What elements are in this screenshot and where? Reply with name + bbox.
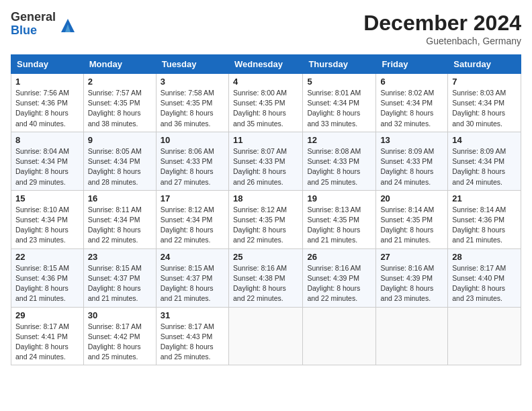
calendar-header: SundayMondayTuesdayWednesdayThursdayFrid… — [11, 55, 521, 74]
day-number: 20 — [380, 193, 443, 203]
month-title: December 2024 — [363, 11, 521, 36]
day-number: 21 — [452, 193, 517, 203]
day-number: 26 — [307, 252, 371, 262]
calendar-cell: 12Sunrise: 8:08 AMSunset: 4:33 PMDayligh… — [303, 132, 376, 190]
calendar-cell: 30Sunrise: 8:17 AMSunset: 4:42 PMDayligh… — [83, 307, 156, 365]
calendar-cell: 20Sunrise: 8:14 AMSunset: 4:35 PMDayligh… — [376, 190, 448, 248]
calendar-cell: 11Sunrise: 8:07 AMSunset: 4:33 PMDayligh… — [228, 132, 302, 190]
day-info: Sunrise: 8:17 AMSunset: 4:43 PMDaylight:… — [161, 322, 224, 363]
day-info: Sunrise: 8:00 AMSunset: 4:35 PMDaylight:… — [233, 88, 298, 129]
calendar-cell: 1Sunrise: 7:56 AMSunset: 4:36 PMDaylight… — [11, 74, 84, 132]
logo: General Blue — [11, 11, 77, 38]
day-number: 9 — [88, 135, 152, 145]
calendar-cell: 18Sunrise: 8:12 AMSunset: 4:35 PMDayligh… — [228, 190, 302, 248]
day-number: 19 — [307, 193, 371, 203]
day-number: 31 — [161, 310, 224, 320]
day-info: Sunrise: 8:15 AMSunset: 4:36 PMDaylight:… — [15, 263, 79, 304]
day-info: Sunrise: 8:14 AMSunset: 4:35 PMDaylight:… — [380, 205, 443, 246]
calendar-cell: 24Sunrise: 8:15 AMSunset: 4:37 PMDayligh… — [156, 248, 228, 307]
calendar-cell: 10Sunrise: 8:06 AMSunset: 4:33 PMDayligh… — [156, 132, 228, 190]
day-info: Sunrise: 7:58 AMSunset: 4:35 PMDaylight:… — [161, 88, 224, 129]
day-number: 16 — [88, 193, 152, 203]
day-info: Sunrise: 8:16 AMSunset: 4:38 PMDaylight:… — [233, 263, 298, 304]
day-header-thursday: Thursday — [303, 55, 376, 74]
day-info: Sunrise: 8:17 AMSunset: 4:42 PMDaylight:… — [88, 322, 152, 363]
day-info: Sunrise: 8:16 AMSunset: 4:39 PMDaylight:… — [380, 263, 443, 304]
day-number: 22 — [15, 252, 79, 262]
calendar-cell: 17Sunrise: 8:12 AMSunset: 4:34 PMDayligh… — [156, 190, 228, 248]
logo-general: General — [11, 11, 56, 24]
day-number: 29 — [15, 310, 79, 320]
page-header: General Blue December 2024 Guetenbach, G… — [11, 11, 521, 46]
day-info: Sunrise: 8:12 AMSunset: 4:34 PMDaylight:… — [161, 205, 224, 246]
day-info: Sunrise: 8:11 AMSunset: 4:34 PMDaylight:… — [88, 205, 152, 246]
calendar-cell: 6Sunrise: 8:02 AMSunset: 4:34 PMDaylight… — [376, 74, 448, 132]
calendar-cell: 26Sunrise: 8:16 AMSunset: 4:39 PMDayligh… — [303, 248, 376, 307]
logo-icon — [58, 16, 77, 35]
day-number: 18 — [233, 193, 298, 203]
day-number: 11 — [233, 135, 298, 145]
calendar-cell: 21Sunrise: 8:14 AMSunset: 4:36 PMDayligh… — [448, 190, 521, 248]
day-number: 17 — [161, 193, 224, 203]
day-info: Sunrise: 8:06 AMSunset: 4:33 PMDaylight:… — [161, 146, 224, 187]
day-number: 5 — [307, 77, 371, 87]
week-row-2: 8Sunrise: 8:04 AMSunset: 4:34 PMDaylight… — [11, 132, 521, 190]
day-info: Sunrise: 8:17 AMSunset: 4:40 PMDaylight:… — [452, 263, 517, 304]
day-info: Sunrise: 8:07 AMSunset: 4:33 PMDaylight:… — [233, 146, 298, 187]
calendar-cell: 5Sunrise: 8:01 AMSunset: 4:34 PMDaylight… — [303, 74, 376, 132]
day-number: 30 — [88, 310, 152, 320]
day-header-tuesday: Tuesday — [156, 55, 228, 74]
calendar-body: 1Sunrise: 7:56 AMSunset: 4:36 PMDaylight… — [11, 74, 521, 365]
calendar-cell: 19Sunrise: 8:13 AMSunset: 4:35 PMDayligh… — [303, 190, 376, 248]
calendar-cell — [303, 307, 376, 365]
calendar-cell: 14Sunrise: 8:09 AMSunset: 4:34 PMDayligh… — [448, 132, 521, 190]
calendar-cell: 28Sunrise: 8:17 AMSunset: 4:40 PMDayligh… — [448, 248, 521, 307]
week-row-1: 1Sunrise: 7:56 AMSunset: 4:36 PMDaylight… — [11, 74, 521, 132]
day-info: Sunrise: 8:16 AMSunset: 4:39 PMDaylight:… — [307, 263, 371, 304]
day-info: Sunrise: 8:17 AMSunset: 4:41 PMDaylight:… — [15, 322, 79, 363]
day-info: Sunrise: 8:04 AMSunset: 4:34 PMDaylight:… — [15, 146, 79, 187]
day-number: 28 — [452, 252, 517, 262]
day-info: Sunrise: 8:02 AMSunset: 4:34 PMDaylight:… — [380, 88, 443, 129]
day-number: 25 — [233, 252, 298, 262]
day-header-saturday: Saturday — [448, 55, 521, 74]
calendar-cell: 15Sunrise: 8:10 AMSunset: 4:34 PMDayligh… — [11, 190, 84, 248]
calendar-cell: 29Sunrise: 8:17 AMSunset: 4:41 PMDayligh… — [11, 307, 84, 365]
calendar-cell: 4Sunrise: 8:00 AMSunset: 4:35 PMDaylight… — [228, 74, 302, 132]
day-header-wednesday: Wednesday — [228, 55, 302, 74]
day-number: 13 — [380, 135, 443, 145]
calendar-cell: 13Sunrise: 8:09 AMSunset: 4:33 PMDayligh… — [376, 132, 448, 190]
day-number: 8 — [15, 135, 79, 145]
calendar-cell — [376, 307, 448, 365]
calendar-table: SundayMondayTuesdayWednesdayThursdayFrid… — [11, 54, 521, 365]
day-info: Sunrise: 8:13 AMSunset: 4:35 PMDaylight:… — [307, 205, 371, 246]
day-number: 15 — [15, 193, 79, 203]
calendar-cell: 2Sunrise: 7:57 AMSunset: 4:35 PMDaylight… — [83, 74, 156, 132]
calendar-cell: 8Sunrise: 8:04 AMSunset: 4:34 PMDaylight… — [11, 132, 84, 190]
title-section: December 2024 Guetenbach, Germany — [363, 11, 521, 46]
logo-blue: Blue — [11, 24, 56, 38]
day-number: 6 — [380, 77, 443, 87]
week-row-3: 15Sunrise: 8:10 AMSunset: 4:34 PMDayligh… — [11, 190, 521, 248]
week-row-5: 29Sunrise: 8:17 AMSunset: 4:41 PMDayligh… — [11, 307, 521, 365]
day-info: Sunrise: 8:10 AMSunset: 4:34 PMDaylight:… — [15, 205, 79, 246]
day-number: 23 — [88, 252, 152, 262]
logo-text: General Blue — [11, 11, 56, 38]
day-info: Sunrise: 8:01 AMSunset: 4:34 PMDaylight:… — [307, 88, 371, 129]
calendar-cell: 16Sunrise: 8:11 AMSunset: 4:34 PMDayligh… — [83, 190, 156, 248]
day-number: 3 — [161, 77, 224, 87]
calendar-cell: 22Sunrise: 8:15 AMSunset: 4:36 PMDayligh… — [11, 248, 84, 307]
day-number: 10 — [161, 135, 224, 145]
day-info: Sunrise: 7:57 AMSunset: 4:35 PMDaylight:… — [88, 88, 152, 129]
day-header-friday: Friday — [376, 55, 448, 74]
calendar-cell: 7Sunrise: 8:03 AMSunset: 4:34 PMDaylight… — [448, 74, 521, 132]
week-row-4: 22Sunrise: 8:15 AMSunset: 4:36 PMDayligh… — [11, 248, 521, 307]
day-number: 14 — [452, 135, 517, 145]
calendar-cell: 9Sunrise: 8:05 AMSunset: 4:34 PMDaylight… — [83, 132, 156, 190]
day-number: 4 — [233, 77, 298, 87]
day-number: 12 — [307, 135, 371, 145]
calendar-cell — [448, 307, 521, 365]
day-header-row: SundayMondayTuesdayWednesdayThursdayFrid… — [11, 55, 521, 74]
location-subtitle: Guetenbach, Germany — [363, 36, 521, 46]
day-number: 2 — [88, 77, 152, 87]
